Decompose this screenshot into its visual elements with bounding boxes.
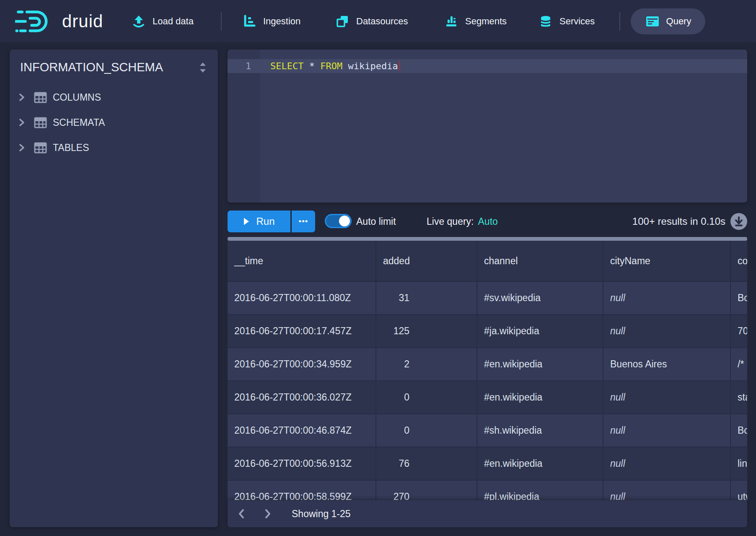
table-cell-channel[interactable]: #ja.wikipedia [477, 315, 603, 348]
results-rows: 2016-06-27T00:00:11.080Z31#sv.wikipedian… [228, 282, 747, 514]
table-row: 2016-06-27T00:00:34.959Z2#en.wikipediaBu… [228, 348, 747, 381]
tree-item-columns[interactable]: COLUMNS [10, 85, 218, 110]
services-icon [539, 14, 553, 29]
toggle-knob [339, 216, 350, 226]
download-icon[interactable] [730, 213, 747, 230]
play-icon [243, 217, 250, 226]
nav-item-services[interactable]: Services [539, 0, 595, 42]
results-summary: 100+ results in 0.10s [632, 211, 747, 232]
auto-limit-label[interactable]: Auto limit [356, 211, 396, 232]
text-cursor [399, 61, 400, 71]
nav-item-label: Datasources [356, 16, 408, 27]
chevron-right-icon [18, 93, 26, 102]
table-cell-added[interactable]: 125 [376, 315, 477, 348]
live-query-value[interactable]: Auto [478, 216, 498, 227]
results-table: __time added channel cityName comment 20… [228, 241, 747, 527]
tree-item-tables[interactable]: TABLES [10, 135, 218, 160]
druid-logo[interactable]: druid [15, 0, 103, 42]
table-cell-time[interactable]: 2016-06-27T00:00:36.027Z [228, 381, 376, 414]
table-cell-channel[interactable]: #en.wikipedia [477, 448, 603, 481]
sql-editor[interactable]: 1 SELECT * FROM wikipedia [228, 49, 747, 203]
table-cell-comment[interactable]: 70: [731, 315, 747, 348]
table-icon [34, 117, 47, 128]
table-cell-channel[interactable]: #en.wikipedia [477, 348, 603, 381]
table-cell-comment[interactable]: link [731, 448, 747, 481]
table-cell-added[interactable]: 0 [376, 414, 477, 448]
nav-divider [221, 12, 222, 31]
nav-item-label: Services [559, 16, 595, 27]
schema-selector-label[interactable]: INFORMATION_SCHEMA [20, 60, 163, 74]
table-row: 2016-06-27T00:00:56.913Z76#en.wikipedian… [228, 448, 747, 481]
editor-line-number: 1 [228, 59, 251, 73]
table-cell-added[interactable]: 2 [376, 348, 477, 381]
table-cell-time[interactable]: 2016-06-27T00:00:34.959Z [228, 348, 376, 381]
table-cell-time[interactable]: 2016-06-27T00:00:11.080Z [228, 282, 376, 315]
column-header-comment[interactable]: comment [731, 241, 747, 282]
table-cell-cityName[interactable]: null [603, 414, 731, 448]
table-cell-channel[interactable]: #sh.wikipedia [477, 414, 603, 448]
tree-item-label: SCHEMATA [53, 117, 105, 128]
table-cell-time[interactable]: 2016-06-27T00:00:46.874Z [228, 414, 376, 448]
schema-tree: COLUMNS SCHEMATA [10, 85, 218, 160]
top-nav: druid Load data Ingestion Da [0, 0, 756, 42]
table-cell-cityName[interactable]: null [603, 381, 731, 414]
table-cell-comment[interactable]: Bo [731, 414, 747, 448]
chevron-right-icon [18, 143, 26, 152]
table-cell-comment[interactable]: /* S [731, 348, 747, 381]
nav-item-label: Load data [153, 16, 194, 27]
brand-wordmark: druid [62, 11, 103, 31]
table-cell-channel[interactable]: #en.wikipedia [477, 381, 603, 414]
table-icon [34, 92, 47, 103]
live-query-label: Live query: [427, 216, 474, 227]
double-caret-vertical-icon[interactable] [198, 61, 208, 74]
table-cell-channel[interactable]: #sv.wikipedia [477, 282, 603, 315]
table-cell-time[interactable]: 2016-06-27T00:00:17.457Z [228, 315, 376, 348]
pagination-bar: Showing 1-25 [228, 500, 747, 527]
column-header-channel[interactable]: channel [477, 241, 603, 282]
table-cell-added[interactable]: 31 [376, 282, 477, 315]
nav-item-query-active[interactable]: Query [631, 8, 705, 34]
load-data-icon [132, 14, 146, 29]
live-query-control: Live query:Auto [427, 211, 498, 232]
table-cell-cityName[interactable]: null [603, 448, 731, 481]
ingestion-icon [242, 14, 256, 29]
tree-item-label: TABLES [53, 142, 89, 154]
sql-keyword: SELECT [270, 61, 303, 71]
run-options-button[interactable]: ••• [292, 211, 315, 232]
table-row: 2016-06-27T00:00:36.027Z0#en.wikipedianu… [228, 381, 747, 414]
nav-item-label: Query [666, 16, 691, 27]
next-page-button[interactable] [263, 508, 272, 519]
nav-item-label: Ingestion [263, 16, 300, 27]
tree-item-label: COLUMNS [53, 92, 101, 103]
run-button[interactable]: Run [228, 211, 290, 232]
nav-divider [619, 12, 620, 31]
druid-logo-icon [15, 8, 54, 35]
table-cell-cityName[interactable]: null [603, 315, 731, 348]
previous-page-button[interactable] [237, 508, 246, 519]
sql-star: * [309, 61, 315, 71]
table-cell-cityName[interactable]: Buenos Aires [603, 348, 731, 381]
nav-item-label: Segments [465, 16, 507, 27]
tree-item-schemata[interactable]: SCHEMATA [10, 110, 218, 135]
results-header-row: __time added channel cityName comment [228, 241, 747, 282]
table-cell-cityName[interactable]: null [603, 282, 731, 315]
nav-item-ingestion[interactable]: Ingestion [242, 0, 300, 42]
more-icon: ••• [299, 217, 308, 226]
auto-limit-toggle[interactable] [325, 214, 352, 228]
column-header-time[interactable]: __time [228, 241, 376, 282]
table-icon [34, 142, 47, 154]
nav-item-load-data[interactable]: Load data [132, 0, 194, 42]
results-summary-text: 100+ results in 0.10s [632, 216, 725, 227]
nav-item-datasources[interactable]: Datasources [335, 0, 408, 42]
run-button-label: Run [256, 216, 274, 227]
table-cell-added[interactable]: 0 [376, 381, 477, 414]
column-header-cityname[interactable]: cityName [603, 241, 731, 282]
table-cell-added[interactable]: 76 [376, 448, 477, 481]
table-cell-comment[interactable]: sta [731, 381, 747, 414]
horizontal-scrollbar[interactable] [228, 237, 747, 241]
column-header-added[interactable]: added [376, 241, 477, 282]
nav-item-segments[interactable]: Segments [444, 0, 507, 42]
chevron-right-icon [18, 118, 26, 127]
table-cell-time[interactable]: 2016-06-27T00:00:56.913Z [228, 448, 376, 481]
table-cell-comment[interactable]: Bo [731, 282, 747, 315]
